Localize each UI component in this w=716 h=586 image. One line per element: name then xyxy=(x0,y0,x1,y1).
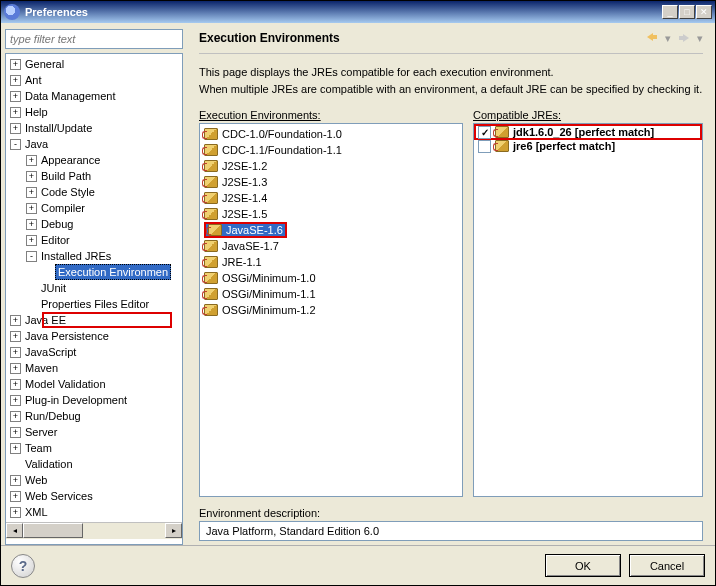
tree-toggle-icon[interactable]: + xyxy=(10,411,21,422)
env-item[interactable]: JavaSE-1.6 xyxy=(202,222,460,238)
tree-toggle-icon[interactable]: + xyxy=(10,507,21,518)
tree-toggle-icon[interactable]: + xyxy=(26,235,37,246)
tree-toggle-icon[interactable]: + xyxy=(26,203,37,214)
tree-toggle-icon[interactable]: + xyxy=(26,155,37,166)
tree-toggle-icon[interactable]: - xyxy=(26,251,37,262)
tree-item[interactable]: +Appearance xyxy=(6,152,182,168)
tree-item[interactable]: Validation xyxy=(6,456,182,472)
tree-item[interactable]: +Compiler xyxy=(6,200,182,216)
library-icon xyxy=(495,140,509,152)
jre-checkbox[interactable] xyxy=(478,126,491,139)
nav-back-icon[interactable] xyxy=(645,31,659,45)
env-item[interactable]: JRE-1.1 xyxy=(202,254,460,270)
jre-checkbox[interactable] xyxy=(478,140,491,153)
tree-item[interactable]: Execution Environmen xyxy=(6,264,182,280)
tree-item[interactable]: +Server xyxy=(6,424,182,440)
tree-item[interactable]: +Run/Debug xyxy=(6,408,182,424)
tree-item[interactable]: +Code Style xyxy=(6,184,182,200)
jre-list[interactable]: jdk1.6.0_26 [perfect match]jre6 [perfect… xyxy=(473,123,703,497)
preferences-tree[interactable]: +General+Ant+Data Management+Help+Instal… xyxy=(5,53,183,545)
nav-back-dropdown-icon[interactable]: ▾ xyxy=(665,32,671,45)
env-item[interactable]: JavaSE-1.7 xyxy=(202,238,460,254)
tree-item[interactable]: +Data Management xyxy=(6,88,182,104)
tree-item-label: XML xyxy=(23,505,50,519)
tree-item[interactable]: +Java EE xyxy=(6,312,182,328)
close-button[interactable]: ✕ xyxy=(696,5,712,19)
tree-item[interactable]: +Editor xyxy=(6,232,182,248)
tree-item[interactable]: +Install/Update xyxy=(6,120,182,136)
tree-toggle-icon[interactable]: + xyxy=(10,59,21,70)
filter-input[interactable] xyxy=(5,29,183,49)
tree-item[interactable]: +Debug xyxy=(6,216,182,232)
minimize-button[interactable]: _ xyxy=(662,5,678,19)
tree-toggle-icon[interactable]: + xyxy=(10,75,21,86)
scroll-left-button[interactable]: ◂ xyxy=(6,523,23,538)
env-item-label: J2SE-1.4 xyxy=(222,192,267,204)
nav-forward-dropdown-icon[interactable]: ▾ xyxy=(697,32,703,45)
library-icon xyxy=(204,240,218,252)
env-desc-label: Environment description: xyxy=(199,507,703,519)
env-item-label: J2SE-1.3 xyxy=(222,176,267,188)
env-item[interactable]: CDC-1.1/Foundation-1.1 xyxy=(202,142,460,158)
tree-item[interactable]: +Model Validation xyxy=(6,376,182,392)
tree-item[interactable]: +Help xyxy=(6,104,182,120)
tree-h-scrollbar[interactable]: ◂ ▸ xyxy=(6,522,182,539)
env-item[interactable]: CDC-1.0/Foundation-1.0 xyxy=(202,126,460,142)
nav-forward-icon[interactable] xyxy=(677,32,691,44)
env-item-label: J2SE-1.2 xyxy=(222,160,267,172)
jre-item-label: jre6 [perfect match] xyxy=(513,140,615,152)
library-icon xyxy=(208,224,222,236)
help-button[interactable]: ? xyxy=(11,554,35,578)
env-item-label: CDC-1.0/Foundation-1.0 xyxy=(222,128,342,140)
env-item[interactable]: J2SE-1.2 xyxy=(202,158,460,174)
tree-toggle-icon[interactable]: + xyxy=(26,171,37,182)
tree-item[interactable]: -Installed JREs xyxy=(6,248,182,264)
ok-button[interactable]: OK xyxy=(545,554,621,577)
scroll-thumb[interactable] xyxy=(23,523,83,538)
tree-toggle-icon[interactable]: + xyxy=(26,219,37,230)
tree-item[interactable]: +General xyxy=(6,56,182,72)
env-item[interactable]: OSGi/Minimum-1.1 xyxy=(202,286,460,302)
tree-item[interactable]: +Plug-in Development xyxy=(6,392,182,408)
tree-toggle-icon[interactable]: + xyxy=(10,427,21,438)
env-item-label: J2SE-1.5 xyxy=(222,208,267,220)
maximize-button[interactable]: □ xyxy=(679,5,695,19)
tree-item-label: Maven xyxy=(23,361,60,375)
env-item[interactable]: J2SE-1.5 xyxy=(202,206,460,222)
tree-toggle-icon[interactable]: + xyxy=(10,107,21,118)
tree-item[interactable]: +Web Services xyxy=(6,488,182,504)
library-icon xyxy=(204,272,218,284)
tree-item[interactable]: +Ant xyxy=(6,72,182,88)
tree-item[interactable]: -Java xyxy=(6,136,182,152)
cancel-button[interactable]: Cancel xyxy=(629,554,705,577)
tree-toggle-icon[interactable]: + xyxy=(10,363,21,374)
tree-toggle-icon[interactable]: + xyxy=(10,123,21,134)
tree-toggle-icon[interactable]: + xyxy=(10,379,21,390)
env-list[interactable]: CDC-1.0/Foundation-1.0CDC-1.1/Foundation… xyxy=(199,123,463,497)
tree-toggle-icon[interactable]: + xyxy=(10,347,21,358)
tree-toggle-icon[interactable]: + xyxy=(10,475,21,486)
env-item[interactable]: J2SE-1.3 xyxy=(202,174,460,190)
tree-toggle-icon[interactable]: + xyxy=(10,443,21,454)
scroll-right-button[interactable]: ▸ xyxy=(165,523,182,538)
tree-item[interactable]: +Web xyxy=(6,472,182,488)
env-item[interactable]: OSGi/Minimum-1.2 xyxy=(202,302,460,318)
tree-item[interactable]: Properties Files Editor xyxy=(6,296,182,312)
env-item[interactable]: J2SE-1.4 xyxy=(202,190,460,206)
tree-item[interactable]: JUnit xyxy=(6,280,182,296)
tree-toggle-icon[interactable]: - xyxy=(10,139,21,150)
tree-toggle-icon[interactable]: + xyxy=(10,91,21,102)
tree-toggle-icon[interactable]: + xyxy=(10,315,21,326)
tree-toggle-icon[interactable]: + xyxy=(10,395,21,406)
env-item[interactable]: OSGi/Minimum-1.0 xyxy=(202,270,460,286)
tree-toggle-icon[interactable]: + xyxy=(10,491,21,502)
tree-item[interactable]: +Maven xyxy=(6,360,182,376)
tree-item[interactable]: +Team xyxy=(6,440,182,456)
tree-toggle-icon[interactable]: + xyxy=(26,187,37,198)
tree-item[interactable]: +JavaScript xyxy=(6,344,182,360)
tree-item[interactable]: +Java Persistence xyxy=(6,328,182,344)
tree-toggle-icon[interactable]: + xyxy=(10,331,21,342)
tree-item[interactable]: +XML xyxy=(6,504,182,520)
jre-item[interactable]: jre6 [perfect match] xyxy=(476,138,700,154)
tree-item[interactable]: +Build Path xyxy=(6,168,182,184)
